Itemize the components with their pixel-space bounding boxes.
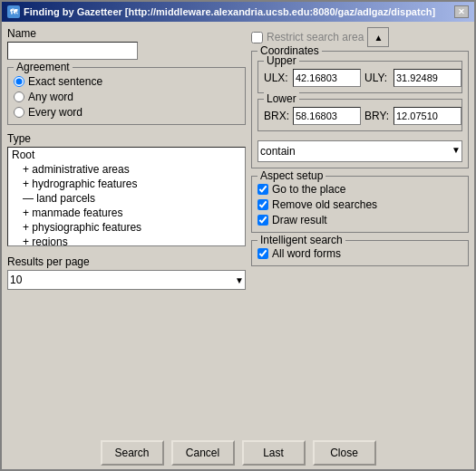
main-content: Name Agreement Exact sentence Any word [2,22,474,435]
right-panel: Restrict search area ▲ Coordinates Upper… [251,27,469,266]
search-button[interactable]: Search [101,440,164,466]
agreement-exact-radio[interactable] [14,76,24,87]
agreement-group: Agreement Exact sentence Any word Eve [7,67,246,125]
type-listbox[interactable]: Root + administrative areas + hydrograph… [7,147,246,246]
results-label: Results per page [7,255,246,268]
results-select-wrapper: 10 5 20 50 ▼ [7,270,246,290]
draw-checkbox[interactable] [257,215,268,226]
coordinates-box: Coordinates Upper ULX: ULY: Lower [251,51,469,168]
ulx-row: ULX: ULY: [264,69,456,87]
goto-label: Go to the place [272,183,345,196]
intelligent-label: Intelligent search [257,234,345,246]
left-panel: Name Agreement Exact sentence Any word [7,27,246,290]
brx-row: BRX: BRY: [264,107,456,125]
aspect-draw[interactable]: Draw result [257,214,462,226]
list-item[interactable]: — land parcels [8,191,245,206]
brx-label: BRX: [264,110,289,122]
lower-label: Lower [264,92,299,105]
cancel-button[interactable]: Cancel [171,440,235,466]
type-label: Type [7,132,246,145]
upper-box: Upper ULX: ULY: [257,61,462,93]
brx-input[interactable] [293,107,361,125]
aspect-box: Aspect setup Go to the place Remove old … [251,176,469,233]
lower-box: Lower BRX: BRY: [257,99,462,131]
list-item[interactable]: + regions [8,235,245,246]
agreement-every-radio[interactable] [14,107,24,118]
contain-wrapper: contain ▼ [257,137,462,162]
agreement-any[interactable]: Any word [14,91,239,103]
ulx-input[interactable] [293,69,361,87]
restrict-checkbox[interactable] [251,32,263,43]
remove-checkbox[interactable] [257,199,268,210]
list-item[interactable]: + manmade features [8,206,245,220]
window-close-button[interactable]: ✕ [454,5,469,18]
listbox-container: Root + administrative areas + hydrograph… [7,147,246,246]
bry-label: BRY: [364,110,390,122]
list-item[interactable]: + physiographic features [8,220,245,235]
draw-label: Draw result [272,214,327,226]
agreement-any-label: Any word [28,91,73,103]
titlebar-left: 🗺 Finding by Gazetteer [http://middlewar… [7,5,435,18]
agreement-every[interactable]: Every word [14,106,239,119]
all-word-forms-label: All word forms [272,247,341,260]
aspect-goto[interactable]: Go to the place [257,183,462,196]
name-label: Name [7,27,246,40]
uly-label: ULY: [364,72,390,84]
last-button[interactable]: Last [242,440,306,466]
restrict-label: Restrict search area [267,31,364,43]
list-item[interactable]: + administrative areas [8,162,245,177]
bry-input[interactable] [393,107,461,125]
button-row: Search Cancel Last Close [2,435,474,469]
titlebar: 🗺 Finding by Gazetteer [http://middlewar… [2,2,474,22]
type-section: Type Root + administrative areas + hydro… [7,132,246,246]
window-title: Finding by Gazetteer [http://middleware.… [24,6,435,17]
agreement-exact-label: Exact sentence [28,75,102,88]
list-item[interactable]: + hydrographic features [8,177,245,191]
aspect-label: Aspect setup [257,169,325,182]
app-icon: 🗺 [7,5,20,18]
map-button[interactable]: ▲ [367,27,389,47]
agreement-radio-group: Exact sentence Any word Every word [14,72,239,119]
main-window: 🗺 Finding by Gazetteer [http://middlewar… [0,0,476,471]
intelligent-box: Intelligent search All word forms [251,240,469,266]
contain-select[interactable]: contain [257,140,462,162]
agreement-every-label: Every word [28,106,83,119]
all-word-forms[interactable]: All word forms [257,247,462,260]
list-item[interactable]: Root [8,148,245,162]
top-row: Name Agreement Exact sentence Any word [7,27,469,290]
results-per-page-section: Results per page 10 5 20 50 ▼ [7,255,246,290]
name-section: Name [7,27,246,60]
all-word-forms-checkbox[interactable] [257,248,268,259]
ulx-label: ULX: [264,72,289,84]
upper-label: Upper [264,54,299,67]
name-input[interactable] [7,42,138,60]
remove-label: Remove old searches [272,198,377,211]
uly-input[interactable] [393,69,461,87]
close-button[interactable]: Close [313,440,376,466]
agreement-exact[interactable]: Exact sentence [14,75,239,88]
agreement-any-radio[interactable] [14,91,24,102]
results-select[interactable]: 10 5 20 50 [7,270,246,290]
aspect-remove[interactable]: Remove old searches [257,198,462,211]
goto-checkbox[interactable] [257,184,268,195]
agreement-label: Agreement [14,61,73,73]
